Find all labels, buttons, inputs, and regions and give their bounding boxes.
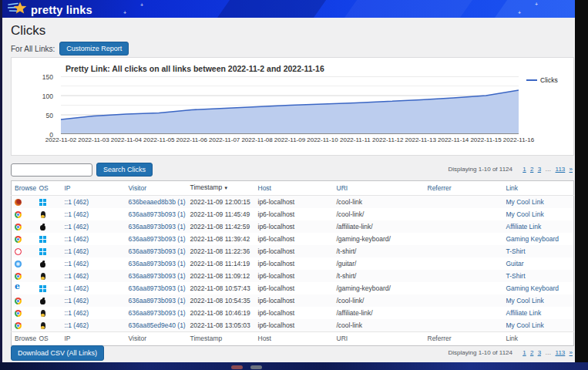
cell-link[interactable]: Affiliate Link bbox=[503, 220, 574, 233]
cell-link[interactable]: My Cool Link bbox=[503, 196, 574, 209]
cell-visitor[interactable]: 636aa8973b093 (1) bbox=[126, 307, 187, 319]
search-clicks-button[interactable]: Search Clicks bbox=[96, 163, 153, 177]
cell-uri: /gaming-keyboard/ bbox=[334, 282, 425, 294]
column-header-referrer[interactable]: Referrer bbox=[425, 181, 503, 196]
chart-x-axis: 2022-11-022022-11-032022-11-042022-11-05… bbox=[61, 136, 519, 146]
click-table-footer: BrowserOSIPVisitorTimestampHostURIReferr… bbox=[12, 332, 574, 346]
cell-link[interactable]: T-Shirt bbox=[503, 245, 574, 257]
windows-icon bbox=[39, 248, 46, 255]
cell-ip[interactable]: ::1 (462) bbox=[62, 208, 126, 220]
customize-report-button[interactable]: Customize Report bbox=[59, 42, 129, 56]
window-left-edge bbox=[0, 0, 2, 370]
column-header-host[interactable]: Host bbox=[255, 181, 334, 196]
cell-host: ip6-localhost bbox=[255, 196, 334, 209]
cell-timestamp: 2022-11-08 10:57:43 bbox=[187, 282, 255, 294]
column-header-ip[interactable]: IP bbox=[62, 181, 126, 196]
x-tick-label: 2022-11-07 bbox=[209, 136, 240, 143]
cell-referrer bbox=[425, 220, 503, 233]
cell-visitor[interactable]: 636aa8973b093 (1) bbox=[126, 245, 187, 257]
cell-ip[interactable]: ::1 (462) bbox=[62, 307, 126, 319]
cell-ip[interactable]: ::1 (462) bbox=[62, 196, 126, 209]
pagination-summary: Displaying 1-10 of 1124 bbox=[449, 349, 512, 356]
taskbar-item[interactable] bbox=[250, 365, 262, 369]
app-header: pretty links + + + + bbox=[0, 0, 575, 18]
cell-ip[interactable]: ::1 (462) bbox=[62, 257, 126, 270]
page-link-2[interactable]: 2 bbox=[530, 349, 533, 356]
cell-os bbox=[36, 257, 62, 270]
table-row: ::1 (462)636aa8973b093 (1)2022-11-08 11:… bbox=[12, 257, 574, 270]
column-header-uri[interactable]: URI bbox=[334, 181, 425, 196]
cell-link[interactable]: Gaming Keyboard bbox=[503, 233, 574, 245]
search-input[interactable] bbox=[11, 163, 92, 177]
cell-link[interactable]: Gaming Keyboard bbox=[503, 282, 574, 294]
header-stripe bbox=[341, 0, 475, 18]
table-row: ::1 (462)636aa8973b093 (1)2022-11-08 10:… bbox=[12, 307, 574, 319]
cell-link[interactable]: My Cool Link bbox=[503, 319, 574, 332]
cell-ip[interactable]: ::1 (462) bbox=[62, 270, 126, 282]
clicks-page: pretty links + + + + Clicks For All Link… bbox=[0, 0, 588, 370]
page-title: Clicks bbox=[11, 23, 45, 39]
page-link-last[interactable]: 113 bbox=[556, 349, 566, 356]
cell-visitor[interactable]: 636aa8973b093 (1) bbox=[126, 270, 187, 282]
window-right-edge bbox=[575, 0, 588, 370]
x-tick-label: 2022-11-12 bbox=[372, 136, 403, 143]
cell-link[interactable]: My Cool Link bbox=[503, 294, 574, 307]
table-row: ::1 (462)636aa85ed9e40 (1)2022-11-08 13:… bbox=[12, 319, 574, 332]
filter-row: For All Links: Customize Report bbox=[11, 42, 129, 56]
cell-link[interactable]: My Cool Link bbox=[503, 208, 574, 220]
page-link-2[interactable]: 2 bbox=[530, 166, 533, 173]
cell-os bbox=[36, 245, 62, 257]
cell-host: ip6-localhost bbox=[255, 208, 334, 220]
cell-visitor[interactable]: 636aa8973b093 (1) bbox=[126, 282, 187, 294]
cell-uri: /guitar/ bbox=[334, 257, 425, 270]
cell-visitor[interactable]: 636aa8973b093 (1) bbox=[126, 208, 187, 220]
cell-ip[interactable]: ::1 (462) bbox=[62, 282, 126, 294]
page-link-3[interactable]: 3 bbox=[538, 349, 541, 356]
x-tick-label: 2022-11-06 bbox=[176, 136, 207, 143]
cell-link[interactable]: T-Shirt bbox=[503, 270, 574, 282]
x-tick-label: 2022-11-05 bbox=[143, 136, 174, 143]
legend-label: Clicks bbox=[540, 76, 558, 84]
chart-legend: Clicks bbox=[526, 76, 558, 84]
cell-ip[interactable]: ::1 (462) bbox=[62, 294, 126, 307]
click-table-body: ::1 (462)636beaaed8b3b (1)2022-11-09 12:… bbox=[12, 196, 574, 332]
apple-icon bbox=[39, 261, 46, 267]
cell-ip[interactable]: ::1 (462) bbox=[62, 319, 126, 332]
cell-link[interactable]: Affiliate Link bbox=[503, 307, 574, 319]
cell-link[interactable]: Guitar bbox=[503, 257, 574, 270]
cell-os bbox=[36, 270, 62, 282]
cell-uri: /gaming-keyboard/ bbox=[334, 233, 425, 245]
page-next-link[interactable]: » bbox=[570, 166, 573, 173]
column-header-os[interactable]: OS bbox=[36, 181, 62, 196]
page-next-link[interactable]: » bbox=[570, 349, 573, 356]
cell-uri: /cool-link/ bbox=[334, 294, 425, 307]
cell-browser bbox=[12, 245, 36, 257]
column-header-ip: IP bbox=[62, 332, 126, 346]
windows-icon bbox=[39, 199, 46, 206]
cell-visitor[interactable]: 636aa8973b093 (1) bbox=[126, 294, 187, 307]
column-header-host: Host bbox=[255, 332, 334, 346]
cell-ip[interactable]: ::1 (462) bbox=[62, 233, 126, 245]
cell-ip[interactable]: ::1 (462) bbox=[62, 220, 126, 233]
cell-uri: /t-shirt/ bbox=[334, 270, 425, 282]
taskbar-item[interactable] bbox=[231, 365, 243, 369]
column-header-browser[interactable]: Browser bbox=[12, 181, 36, 196]
column-header-timestamp[interactable]: Timestamp▼ bbox=[187, 181, 255, 196]
cell-visitor[interactable]: 636aa8973b093 (1) bbox=[126, 220, 187, 233]
page-link-last[interactable]: 113 bbox=[556, 166, 566, 173]
cell-visitor[interactable]: 636aa8973b093 (1) bbox=[126, 257, 187, 270]
page-link-1[interactable]: 1 bbox=[522, 166, 526, 173]
page-link-3[interactable]: 3 bbox=[538, 166, 541, 173]
table-row: ::1 (462)636aa8973b093 (1)2022-11-09 11:… bbox=[12, 208, 574, 220]
cell-visitor[interactable]: 636beaaed8b3b (1) bbox=[126, 196, 187, 209]
cell-timestamp: 2022-11-08 11:14:19 bbox=[187, 257, 255, 270]
column-header-link[interactable]: Link bbox=[503, 181, 574, 196]
cell-visitor[interactable]: 636aa8973b093 (1) bbox=[126, 233, 187, 245]
cell-browser bbox=[12, 282, 36, 294]
download-csv-button[interactable]: Download CSV (All Links) bbox=[11, 345, 104, 361]
edge-icon bbox=[15, 285, 22, 292]
column-header-visitor[interactable]: Visitor bbox=[126, 181, 187, 196]
cell-visitor[interactable]: 636aa85ed9e40 (1) bbox=[126, 319, 187, 332]
page-link-1[interactable]: 1 bbox=[522, 349, 526, 356]
cell-ip[interactable]: ::1 (462) bbox=[62, 245, 126, 257]
